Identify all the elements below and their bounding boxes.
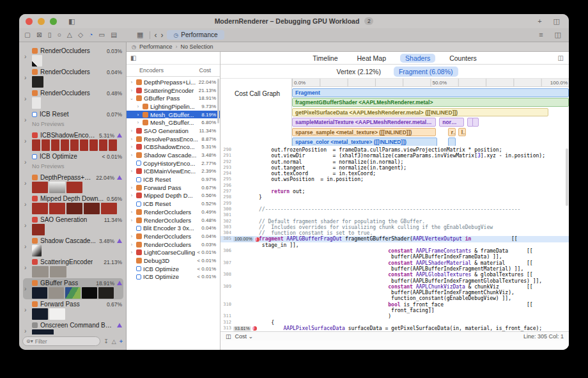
code-line[interactable]: stage_in ]], (220, 242, 569, 248)
tab-timeline[interactable]: Timeline (307, 54, 343, 63)
disclosure-chevron-icon[interactable]: › (129, 218, 134, 223)
encoder-row[interactable]: CopyHistoryEnco...2.77% (127, 159, 220, 168)
segment-vertex[interactable]: Vertex (2.12%) (331, 67, 385, 77)
pass-item[interactable]: ›ICBShadowEncoder5.31% (23, 130, 123, 152)
close-button[interactable] (26, 18, 33, 25)
list-view-icon[interactable]: ≡ (536, 31, 545, 38)
back-icon[interactable]: ‹ (154, 31, 157, 39)
shader-source-editor[interactable]: 290 out.frozenPosition = frameData.cullP… (220, 146, 569, 331)
filter-field[interactable]: ⊜▾ (22, 336, 100, 346)
encoder-row[interactable]: ›ICBMainViewEnc...2.39% (127, 168, 220, 176)
editor-grid-icon[interactable]: ▦ (134, 31, 146, 38)
code-line[interactable]: 292 out.normal = normalize(in.normal); (220, 159, 569, 165)
scrollbar[interactable] (217, 79, 219, 123)
encoder-row[interactable]: ›DepthPrepass+Li...22.04% (127, 78, 220, 86)
disclosure-chevron-icon[interactable]: › (24, 138, 31, 145)
disclosure-chevron-icon[interactable]: › (129, 185, 134, 190)
encoder-row[interactable]: ›LightCoarseCulling< 0.01% (127, 248, 220, 256)
code-line[interactable]: 308 constant AAPLGlobalTextures & global… (220, 272, 569, 278)
attachment-thumbnail[interactable] (49, 287, 64, 299)
attachment-thumbnail[interactable] (50, 266, 66, 278)
encoder-row[interactable]: ›ScatteringEncoder21.13% (127, 86, 220, 95)
encoder-row[interactable]: ›Mesh_GBuffer...8.19% (127, 111, 220, 119)
encoder-row[interactable]: ICB Optimize< 0.01% (127, 273, 220, 281)
encoder-row[interactable]: ICB Optimize< 0.01% (127, 265, 220, 273)
sidebar-toggle-icon[interactable]: ◧ (66, 18, 77, 25)
scrollbar[interactable] (566, 148, 568, 206)
disclosure-chevron-icon[interactable]: › (24, 74, 31, 81)
encoder-row[interactable]: ›LightingPipelin...9.73% (127, 102, 220, 111)
add-filter-icon[interactable]: + (120, 338, 123, 345)
flame-bar[interactable]: l… (458, 128, 467, 137)
warning-filter-icon[interactable]: △ (112, 338, 116, 345)
find-navigator-icon[interactable]: ○ (58, 31, 61, 38)
code-line[interactable]: 298} (220, 194, 569, 200)
attachment-thumbnail[interactable] (32, 76, 43, 88)
attachment-thumbnail[interactable] (42, 139, 50, 151)
attachment-thumbnail[interactable] (32, 97, 41, 109)
disclosure-chevron-icon[interactable]: › (135, 120, 141, 125)
attachment-thumbnail[interactable] (32, 308, 48, 320)
attachment-thumbnail[interactable] (32, 224, 45, 235)
attachment-thumbnail[interactable] (99, 139, 107, 151)
panel-toggle-icon[interactable]: ◫ (226, 333, 231, 340)
code-line[interactable]: 309 constant AAPLChunkVizData & chunkViz… (220, 284, 569, 290)
add-tab-icon[interactable]: + (535, 18, 544, 25)
tab-performance[interactable]: ◷ Performance (167, 30, 224, 40)
attachment-thumbnail[interactable] (32, 182, 48, 193)
code-line[interactable]: buffer(AAPLBufferIndexFrameData) ]], (220, 254, 569, 260)
disclosure-chevron-icon[interactable]: › (129, 169, 134, 173)
disclosure-chevron-icon[interactable]: › (24, 327, 31, 335)
disclosure-chevron-icon[interactable]: › (24, 159, 31, 166)
code-line[interactable]: 290 out.frozenPosition = frameData.cullP… (220, 147, 569, 153)
bookmark-navigator-icon[interactable]: ▯ (48, 31, 52, 38)
attachment-thumbnail[interactable] (65, 287, 81, 299)
breakpoint-navigator-icon[interactable]: ▭ (98, 31, 105, 38)
project-navigator-icon[interactable]: ▢ (24, 31, 31, 38)
test-navigator-icon[interactable]: ◇ (78, 31, 83, 38)
flame-bar[interactable]: sparse_sample <metal_texture> ([[INLINED… (292, 128, 436, 137)
code-line[interactable]: 294 out.texCoord = in.texCoord; (220, 171, 569, 177)
flame-bar[interactable]: getPixelSurfaceData <AAPLMeshRenderer.me… (292, 108, 548, 117)
code-line[interactable]: 305100.00%fragment AAPLGBufferFragOut fr… (220, 236, 569, 242)
pass-item[interactable]: ›ScatteringEncoder21.13% (23, 257, 123, 278)
flame-bar[interactable]: Fragment (292, 88, 569, 97)
flame-bar[interactable]: normalize… (439, 118, 464, 127)
pass-item[interactable]: ›SAO Generation11.34% (23, 215, 123, 236)
disclosure-chevron-icon[interactable]: › (129, 137, 134, 141)
code-line[interactable]: 304// function constant is set to true. (220, 230, 569, 236)
disclosure-chevron-icon[interactable]: › (24, 116, 31, 123)
disclosure-chevron-icon[interactable]: › (24, 201, 31, 208)
encoder-row[interactable]: ⌄GBuffer Pass18.91% (127, 94, 220, 102)
flame-bar[interactable]: fragmentGBufferShader <AAPLMeshRenderer.… (292, 98, 569, 107)
disclosure-chevron-icon[interactable]: › (129, 88, 134, 93)
tab-shaders[interactable]: Shaders (400, 54, 435, 63)
code-line[interactable]: 307 constant AAPLShaderMaterial & materi… (220, 260, 569, 266)
sort-by-cost-control[interactable]: Cost ⌄ (235, 333, 254, 340)
disclosure-chevron-icon[interactable]: › (24, 53, 31, 60)
code-line[interactable]: buffer(AAPLBufferIndexFragmentMaterial) … (220, 266, 569, 272)
attachment-thumbnail[interactable] (32, 55, 42, 67)
attachment-thumbnail[interactable] (98, 287, 114, 299)
code-line[interactable]: 297 return out; (220, 189, 569, 194)
code-line[interactable]: 301 (220, 212, 569, 218)
attachment-thumbnail[interactable] (32, 139, 40, 151)
attachment-thumbnail[interactable] (109, 139, 117, 151)
attachment-thumbnail[interactable] (49, 203, 65, 214)
code-line[interactable]: 296 (220, 183, 569, 189)
encoder-row[interactable]: ›ICBShadowEnco...5.31% (127, 143, 220, 152)
code-line[interactable]: 295 out.wsPosition = in.position; (220, 177, 569, 182)
code-line[interactable]: 303// Includes overrides for visualizing… (220, 224, 569, 230)
disclosure-chevron-icon[interactable]: ⌄ (129, 96, 134, 101)
attachment-thumbnail[interactable] (101, 203, 117, 214)
encoder-row[interactable]: ›RenderOccluders0.04% (127, 232, 220, 240)
zoom-button[interactable] (50, 18, 57, 25)
breadcrumb-performance[interactable]: Performance (139, 43, 173, 50)
attachment-thumbnail[interactable] (49, 182, 65, 193)
code-line[interactable]: 311 ) (220, 313, 569, 319)
code-line[interactable]: 302// Default fragment shader for popula… (220, 219, 569, 224)
disclosure-chevron-icon[interactable]: › (129, 242, 134, 247)
code-line[interactable]: 310 bool is_front_face [[ (220, 302, 569, 308)
disclosure-chevron-icon[interactable]: › (24, 222, 31, 229)
attachment-thumbnail[interactable] (61, 139, 69, 151)
